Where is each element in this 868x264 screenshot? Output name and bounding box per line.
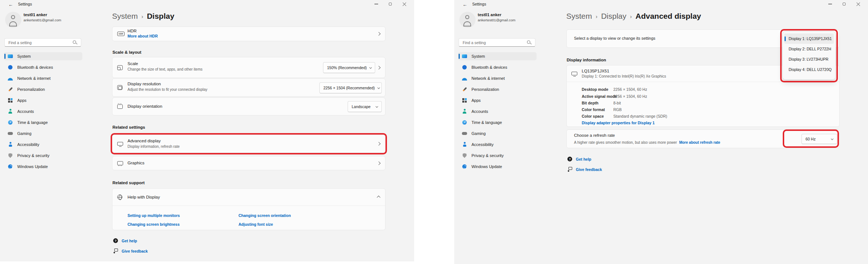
display-option-1[interactable]: Display 1: LQ135P1JX51 [784,33,834,44]
refresh-rate-title: Choose a refresh rate [574,133,615,138]
help-globe-icon [117,195,122,200]
scale-row[interactable]: Scale Change the size of text, apps, and… [112,57,385,78]
get-help-row[interactable]: Get help [113,238,137,243]
display-orientation-row: Display orientation Landscape [112,97,385,115]
hdr-row[interactable]: HDR More about HDR [112,26,385,41]
search-box[interactable] [459,38,535,47]
chevron-right-icon [377,66,380,69]
display-orientation-dropdown[interactable]: Landscape [348,101,382,112]
scale-title: Scale [128,61,138,66]
help-link-screen-brightness[interactable]: Changing screen brightness [128,222,180,226]
system-icon [8,54,13,59]
get-help-link[interactable]: Get help [122,239,137,243]
close-button[interactable] [397,0,411,8]
more-about-refresh-rate-link[interactable]: More about refresh rate [679,140,720,145]
display-option-2[interactable]: Display 2: DELL P2722H [784,44,834,54]
section-related-support: Related support [112,181,145,185]
advanced-display-subtitle: Display information, refresh rate [128,145,180,149]
windows-update-icon [8,164,13,169]
sidebar-item-apps[interactable]: Apps [458,96,537,104]
user-name: test01 anker [24,13,47,17]
sidebar-item-time-language[interactable]: Time & language [458,118,537,126]
help-link-font-size[interactable]: Adjusting font size [238,222,273,226]
get-help-link[interactable]: Get help [576,157,591,161]
graphics-icon [117,161,123,165]
sidebar-item-windows-update[interactable]: Windows Update [458,163,537,171]
sidebar-item-system[interactable]: System [4,52,82,60]
sidebar-item-privacy-security[interactable]: Privacy & security [4,151,82,160]
sidebar-item-bluetooth-devices[interactable]: Bluetooth & devices [4,63,82,71]
back-button[interactable] [461,1,469,8]
chevron-right-icon [377,32,380,35]
gaming-icon [462,131,467,136]
sidebar-item-bluetooth-devices[interactable]: Bluetooth & devices [458,63,537,71]
refresh-rate-dropdown[interactable]: 60 Hz [801,134,837,144]
sidebar-item-accounts[interactable]: Accounts [4,107,82,115]
breadcrumb-system[interactable]: System [566,12,592,21]
give-feedback-row[interactable]: Give feedback [567,167,602,172]
display-option-3[interactable]: Display 3: LV273HUPR [784,54,834,64]
search-box[interactable] [4,38,81,47]
display-connection: Display 1: Connected to Intel(R) Iris(R)… [582,74,666,78]
graphics-row[interactable]: Graphics [112,156,385,170]
apps-icon [462,98,467,103]
help-link-screen-orientation[interactable]: Changing screen orientation [238,213,291,218]
display-resolution-subtitle: Adjust the resolution to fit your connec… [128,88,207,92]
sidebar-item-accounts[interactable]: Accounts [458,107,537,115]
close-button[interactable] [851,0,865,8]
give-feedback-link[interactable]: Give feedback [122,249,148,253]
sidebar-item-apps[interactable]: Apps [4,96,82,104]
sidebar-item-accessibility[interactable]: Accessibility [4,140,82,149]
avatar[interactable] [5,12,21,28]
scale-dropdown[interactable]: 150% (Recommended) [323,62,375,73]
scale-icon [117,65,123,70]
refresh-rate-value: 60 Hz [806,137,815,141]
avatar[interactable] [459,12,476,28]
restore-icon [389,3,392,6]
apps-icon [8,98,13,103]
breadcrumb-separator-icon: › [596,13,598,19]
help-link-multiple-monitors[interactable]: Setting up multiple monitors [128,213,180,218]
sidebar-item-network-internet[interactable]: Network & internet [458,74,537,82]
sidebar-item-network-internet[interactable]: Network & internet [4,74,82,82]
sidebar-item-gaming[interactable]: Gaming [458,129,537,138]
graphics-title: Graphics [128,161,144,165]
back-button[interactable] [7,1,15,8]
scale-subtitle: Change the size of text, apps, and other… [128,67,202,71]
breadcrumb-display[interactable]: Display [601,12,627,21]
advanced-display-page: System › Display › Advanced display Sele… [566,0,840,264]
refresh-rate-row: Choose a refresh rate A higher rate give… [566,129,840,148]
search-input[interactable] [459,40,526,45]
breadcrumb-system[interactable]: System [112,12,138,21]
window-title: Settings [472,2,486,6]
accounts-icon [8,109,13,114]
sidebar-item-personalization[interactable]: Personalization [4,85,82,93]
give-feedback-link[interactable]: Give feedback [576,167,602,172]
display-resolution-dropdown[interactable]: 2256 × 1504 (Recommended) [319,82,382,93]
sidebar-item-time-language[interactable]: Time & language [4,118,82,126]
advanced-display-title: Advanced display [128,139,161,143]
sidebar-item-personalization[interactable]: Personalization [458,85,537,93]
bluetooth-icon [8,65,13,70]
sidebar-item-privacy-security[interactable]: Privacy & security [458,151,537,160]
display-orientation-icon [117,104,123,109]
advanced-display-row[interactable]: Advanced display Display information, re… [112,135,385,153]
help-with-display-header[interactable]: Help with Display [112,189,385,206]
sidebar-item-system[interactable]: System [458,52,537,60]
chevron-down-icon [831,137,833,140]
display-option-4[interactable]: Display 4: DELL U2720Q [784,64,834,75]
more-about-hdr-link[interactable]: More about HDR [128,34,158,38]
user-email: ankertest01@gmail.com [24,18,61,22]
scale-value: 150% (Recommended) [327,65,367,70]
help-with-display-title: Help with Display [128,195,160,199]
sidebar-item-accessibility[interactable]: Accessibility [458,140,537,149]
get-help-icon [567,157,572,161]
display-resolution-icon [117,85,122,90]
sidebar-item-windows-update[interactable]: Windows Update [4,163,82,171]
get-help-row[interactable]: Get help [567,157,591,161]
display-adapter-properties-link[interactable]: Display adapter properties for Display 1 [582,121,654,125]
sidebar-item-gaming[interactable]: Gaming [4,129,82,138]
search-input[interactable] [5,40,72,45]
user-name: test01 anker [478,13,501,17]
give-feedback-row[interactable]: Give feedback [113,249,148,253]
